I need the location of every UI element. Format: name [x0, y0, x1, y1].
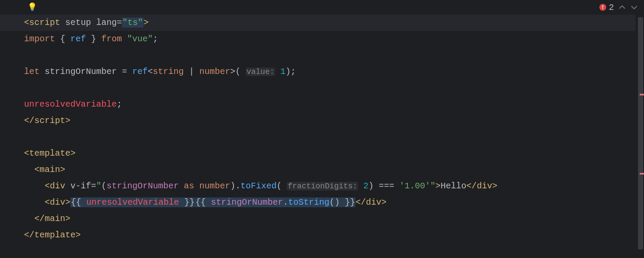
inlay-hint: value: [246, 68, 275, 76]
inlay-hint: fractionDigits: [287, 182, 358, 190]
code-line[interactable]: </template> [24, 227, 644, 243]
code-line[interactable]: unresolvedVariable; [24, 96, 644, 113]
code-content[interactable]: <script setup lang="ts"> import { ref } … [0, 15, 644, 243]
error-token: unresolvedVariable [86, 197, 179, 207]
code-line[interactable]: <div v-if="(stringOrNumber as number).to… [24, 178, 644, 194]
code-line[interactable] [24, 129, 644, 145]
code-line[interactable] [24, 47, 644, 64]
code-line[interactable] [24, 80, 644, 96]
lightbulb-icon[interactable]: 💡 [27, 3, 37, 11]
next-error-button[interactable] [630, 3, 638, 11]
code-line[interactable]: </main> [24, 211, 644, 227]
error-token: unresolvedVariable [24, 99, 117, 109]
code-editor[interactable]: 💡 ! 2 <script setup lang="ts"> import { … [0, 0, 644, 258]
code-line[interactable]: <main> [24, 162, 644, 178]
inspection-widget: ! 2 [599, 3, 638, 12]
scrollbar-thumb[interactable] [638, 17, 643, 249]
error-count-badge[interactable]: ! 2 [599, 3, 614, 12]
code-line[interactable]: import { ref } from "vue"; [24, 31, 644, 47]
editor-topbar: 💡 ! 2 [0, 0, 644, 15]
code-line[interactable]: <div>{{ unresolvedVariable }}{{ stringOr… [24, 194, 644, 211]
code-line[interactable]: let stringOrNumber = ref<string | number… [24, 64, 644, 80]
code-line[interactable]: </script> [24, 113, 644, 129]
code-line[interactable]: <script setup lang="ts"> [0, 15, 635, 31]
error-marker[interactable] [640, 173, 644, 175]
error-count-value: 2 [609, 3, 614, 12]
error-icon: ! [599, 4, 606, 11]
code-line[interactable]: <template> [24, 145, 644, 162]
error-marker[interactable] [640, 94, 644, 95]
prev-error-button[interactable] [618, 3, 626, 11]
